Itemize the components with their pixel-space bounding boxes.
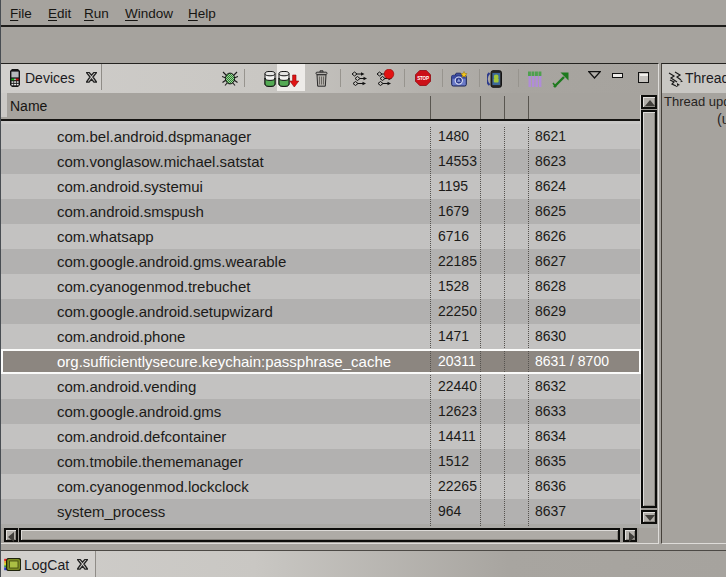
svg-text:STOP: STOP <box>417 76 429 81</box>
